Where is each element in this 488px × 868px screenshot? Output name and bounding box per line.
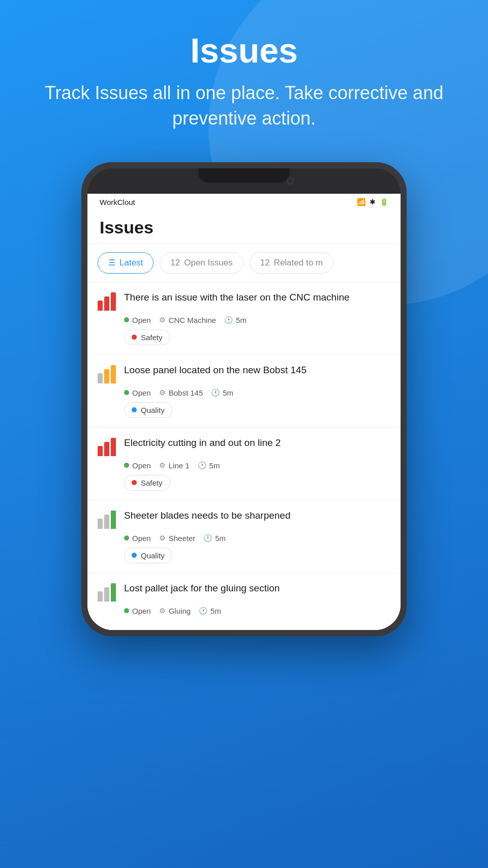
bar-5-2 [104,587,109,602]
location-icon-1: ⚙ [159,316,166,324]
time-meta-2: 🕐 5m [211,388,233,397]
tab-related-count: 12 [260,258,270,268]
status-dot-5 [124,608,129,613]
issue-tag-3: Safety [124,475,170,491]
issue-title-2: Loose panel located on the new Bobst 145 [124,364,390,377]
wifi-icon: 📶 [357,198,365,206]
issue-meta-3: Open ⚙ Line 1 🕐 5m [124,461,390,470]
severity-icon-4 [98,511,116,529]
status-meta-1: Open [124,316,151,324]
phone-camera [287,177,294,185]
issue-tag-2: Quality [124,402,172,418]
bar-4-2 [104,515,109,529]
bar-5-1 [98,591,103,602]
time-label-2: 5m [223,388,233,397]
time-meta-4: 🕐 5m [203,534,226,543]
issue-tag-1: Safety [124,330,170,345]
status-label-1: Open [132,316,151,324]
issue-item-5[interactable]: Lost pallet jack for the gluing section … [87,573,401,630]
status-icons: 📶 ✱ 🔋 [357,198,388,206]
tag-label-1: Safety [141,333,163,342]
tab-related[interactable]: 12 Related to m [250,252,333,274]
phone-container: WorkClout 📶 ✱ 🔋 Issues ☰ Latest 12 [0,162,488,636]
tab-latest[interactable]: ☰ Latest [98,252,154,274]
clock-icon-3: 🕐 [198,461,206,469]
location-meta-4: ⚙ Sheeter [159,534,196,543]
issue-tag-4: Quality [124,548,172,563]
location-label-1: CNC Machine [169,316,216,324]
location-label-5: Gluing [169,607,191,615]
issue-item-1[interactable]: There is an issue with the laser on the … [87,282,401,355]
location-meta-5: ⚙ Gluing [159,607,191,615]
hero-title: Issues [30,31,458,70]
hero-section: Issues Track Issues all in one place. Ta… [0,0,488,152]
issue-title-1: There is an issue with the laser on the … [124,291,390,304]
tabs-row: ☰ Latest 12 Open Issues 12 Related to m [87,244,401,282]
issue-title-3: Electricity cutting in and out on line 2 [124,437,390,450]
phone-notch-area [87,168,401,194]
bar-4-1 [98,519,103,529]
location-icon-4: ⚙ [159,534,166,542]
status-meta-5: Open [124,607,151,615]
issue-top-2: Loose panel located on the new Bobst 145 [98,364,390,383]
tag-dot-2 [132,407,137,412]
screen-header: Issues [87,209,401,244]
severity-icon-2 [98,365,116,383]
tab-open-count: 12 [170,258,180,268]
time-meta-1: 🕐 5m [224,316,247,324]
status-dot-2 [124,390,129,395]
screen-page-title: Issues [100,218,388,237]
tab-open-issues[interactable]: 12 Open Issues [160,252,243,274]
clock-icon-4: 🕐 [203,534,212,542]
tab-related-label: Related to m [274,258,323,268]
bar-3-2 [104,442,109,456]
clock-icon-5: 🕐 [199,607,207,615]
location-label-4: Sheeter [169,534,196,543]
severity-icon-1 [98,292,116,311]
tag-label-4: Quality [141,551,165,560]
bar-3-1 [98,446,103,456]
clock-icon-2: 🕐 [211,388,220,397]
issue-title-5: Lost pallet jack for the gluing section [124,582,390,595]
phone-outer: WorkClout 📶 ✱ 🔋 Issues ☰ Latest 12 [81,162,407,636]
issue-top-4: Sheeter blades needs to be sharpened [98,510,390,529]
location-meta-3: ⚙ Line 1 [159,461,190,470]
carrier-label: WorkClout [100,198,135,206]
bar-2-3 [111,365,116,383]
issue-meta-1: Open ⚙ CNC Machine 🕐 5m [124,316,390,324]
issue-item-3[interactable]: Electricity cutting in and out on line 2… [87,428,401,500]
status-bar: WorkClout 📶 ✱ 🔋 [87,194,401,209]
issues-list: There is an issue with the laser on the … [87,282,401,630]
tag-label-3: Safety [141,478,163,487]
tag-label-2: Quality [141,406,165,414]
issue-title-4: Sheeter blades needs to be sharpened [124,510,390,522]
bar-1-3 [111,292,116,311]
issue-item-2[interactable]: Loose panel located on the new Bobst 145… [87,355,401,428]
issue-meta-5: Open ⚙ Gluing 🕐 5m [124,607,390,615]
time-label-1: 5m [236,316,247,324]
time-meta-5: 🕐 5m [199,607,221,615]
tab-latest-label: Latest [119,258,143,268]
menu-icon: ☰ [108,258,115,267]
tag-dot-3 [132,480,137,485]
status-meta-3: Open [124,461,151,470]
issue-top-1: There is an issue with the laser on the … [98,291,390,311]
location-label-2: Bobst 145 [169,388,203,397]
bar-5-3 [111,583,116,602]
status-label-4: Open [132,534,151,543]
status-meta-4: Open [124,534,151,543]
location-meta-2: ⚙ Bobst 145 [159,388,203,397]
time-label-5: 5m [210,607,221,615]
time-meta-3: 🕐 5m [198,461,220,470]
bar-4-3 [111,511,116,529]
clock-icon-1: 🕐 [224,316,233,324]
severity-icon-5 [98,583,116,602]
bar-3-3 [111,438,116,456]
hero-subtitle: Track Issues all in one place. Take corr… [30,80,458,132]
issue-item-4[interactable]: Sheeter blades needs to be sharpened Ope… [87,500,401,573]
location-icon-3: ⚙ [159,461,166,469]
time-label-4: 5m [215,534,226,543]
tag-dot-4 [132,553,137,558]
bar-1-1 [98,301,103,311]
location-icon-5: ⚙ [159,607,166,615]
